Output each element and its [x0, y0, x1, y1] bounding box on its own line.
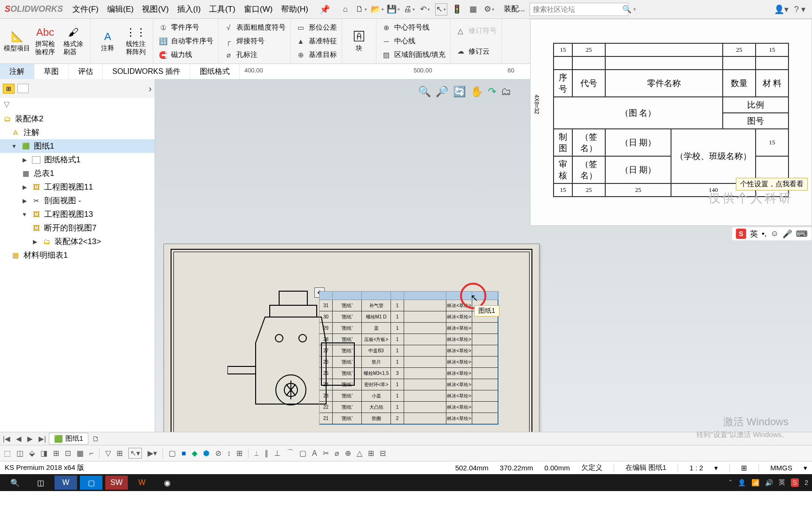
- select-icon[interactable]: ↖▾: [435, 3, 447, 16]
- bt-icon[interactable]: ▢: [169, 449, 176, 458]
- tree-annotation[interactable]: A注解: [0, 126, 155, 139]
- taskbar-solidworks-icon[interactable]: SW: [105, 476, 128, 490]
- home-icon[interactable]: ⌂: [339, 3, 351, 16]
- bom-row[interactable]: 27'图纸'中盖B31林冰<草绘>: [320, 345, 498, 357]
- status-grid-icon[interactable]: ⊞: [741, 464, 747, 472]
- bt-icon[interactable]: ⌐: [89, 449, 94, 458]
- search-icon[interactable]: 🔍: [622, 5, 632, 14]
- menu-file[interactable]: 文件(F): [72, 4, 99, 15]
- sogou-logo-icon[interactable]: S: [736, 229, 746, 239]
- search-input[interactable]: [533, 5, 622, 13]
- note-button[interactable]: A注释: [94, 21, 122, 62]
- bt-icon[interactable]: ⊞: [117, 449, 123, 458]
- ime-lang[interactable]: 英: [750, 229, 758, 239]
- geotol-button[interactable]: ▭形位公差: [294, 21, 339, 34]
- bt-icon[interactable]: ⊥: [274, 449, 281, 458]
- bom-row[interactable]: 26'图纸'垫片1林冰<草绘>: [320, 357, 498, 368]
- bt-icon[interactable]: ⊕: [345, 449, 351, 458]
- sheet-nav-prev[interactable]: ◀: [13, 435, 24, 443]
- surface-finish-button[interactable]: √表面粗糙度符号: [221, 21, 288, 34]
- taskbar-camera-icon[interactable]: ◉: [156, 476, 179, 490]
- tray-up-icon[interactable]: ˄: [729, 479, 732, 486]
- bt-icon[interactable]: ⊡: [65, 449, 71, 458]
- taskbar-word-icon[interactable]: W: [55, 476, 77, 490]
- menu-tools[interactable]: 工具(T): [209, 4, 235, 15]
- bom-row[interactable]: 25'图纸'螺栓M3<1.53林冰<草绘>: [320, 368, 498, 379]
- sheet-nav-first[interactable]: |◀: [0, 435, 13, 443]
- taskbar-app-icon[interactable]: ▢: [80, 476, 102, 490]
- bt-icon[interactable]: ▶▾: [148, 449, 157, 458]
- block-button[interactable]: 🄰块: [345, 21, 373, 62]
- bom-row[interactable]: 22'图纸'大凸轮1林冰<草绘>: [320, 402, 498, 413]
- bt-icon[interactable]: ⊞: [368, 449, 374, 458]
- sheet-nav-next[interactable]: ▶: [24, 435, 36, 443]
- feature-tree[interactable]: 🗂装配体2 A注解 ▼🟩图纸1 ▶图纸格式1 ▦总表1 ▶🖼工程图视图11 ▶✂…: [0, 112, 155, 432]
- tree-broken-section[interactable]: 🖼断开的剖视图7: [0, 221, 155, 235]
- status-units[interactable]: MMGS: [770, 464, 792, 472]
- ime-emoji-icon[interactable]: ☺: [771, 229, 779, 238]
- auto-balloon-button[interactable]: 🔢自动零件序号: [156, 34, 215, 48]
- bom-row[interactable]: 21'图纸'垫圈2林冰<草绘>: [320, 413, 498, 424]
- redo-view-icon[interactable]: ↷: [488, 86, 496, 98]
- options-list-icon[interactable]: ▦: [467, 3, 479, 16]
- ime-mic-icon[interactable]: 🎤: [782, 229, 792, 239]
- tab-sketch[interactable]: 草图: [34, 64, 69, 79]
- save-icon[interactable]: 💾▾: [387, 3, 399, 16]
- taskbar-taskview-icon[interactable]: ◫: [29, 476, 52, 490]
- bt-icon[interactable]: ⬚: [4, 449, 11, 458]
- bt-icon[interactable]: ↖▾: [128, 448, 142, 459]
- status-scale-drop-icon[interactable]: ▾: [714, 464, 718, 472]
- bt-icon[interactable]: ✂: [323, 449, 329, 458]
- balloon-button[interactable]: ①零件序号: [156, 21, 215, 34]
- tray-people-icon[interactable]: 👤: [738, 479, 746, 486]
- add-sheet-button[interactable]: 🗋: [88, 435, 103, 443]
- settings-icon[interactable]: ⚙▾: [483, 3, 495, 16]
- bt-icon[interactable]: ∥: [265, 449, 268, 458]
- tree-root-assembly[interactable]: 🗂装配体2: [0, 112, 155, 126]
- bt-icon[interactable]: ▦: [77, 449, 84, 458]
- rotate-icon[interactable]: 🔄: [453, 86, 466, 98]
- menu-view[interactable]: 视图(V): [142, 4, 169, 15]
- hatch-button[interactable]: ▨区域剖面线/填充: [379, 48, 447, 62]
- bom-row[interactable]: 29'图纸'盖1林冰<草绘>: [320, 323, 498, 334]
- centerline-button[interactable]: ─中心线: [379, 34, 447, 48]
- bt-icon[interactable]: ⟂: [254, 449, 259, 458]
- bt-icon[interactable]: ⊘: [215, 449, 221, 458]
- property-tab[interactable]: [17, 84, 29, 93]
- tree-bom[interactable]: ▦材料明细表1: [0, 248, 155, 262]
- tray-wifi-icon[interactable]: 📶: [751, 479, 759, 486]
- tab-sheet-format[interactable]: 图纸格式: [190, 64, 240, 79]
- datum-target-button[interactable]: ⊕基准目标: [294, 48, 339, 62]
- tab-annotate[interactable]: 注解: [0, 64, 34, 79]
- display-style-icon[interactable]: 🗂: [501, 86, 511, 98]
- bt-icon[interactable]: ▢: [299, 449, 306, 458]
- pan-icon[interactable]: ✋: [470, 86, 483, 98]
- bt-icon[interactable]: ◨: [40, 449, 47, 458]
- tree-section-view[interactable]: ▶✂剖面视图 -: [0, 194, 155, 207]
- undo-icon[interactable]: ↶▾: [419, 3, 431, 16]
- bt-icon[interactable]: ⌒: [286, 448, 294, 458]
- tree-view-13[interactable]: ▼🖼工程图视图13: [0, 207, 155, 221]
- feature-tree-tab[interactable]: ⊞: [3, 84, 15, 94]
- tree-general-table[interactable]: ▦总表1: [0, 167, 155, 180]
- menu-window[interactable]: 窗口(W): [244, 4, 273, 15]
- bt-icon[interactable]: ⬢: [203, 449, 210, 458]
- status-scale[interactable]: 1 : 2: [689, 464, 703, 472]
- pin-icon[interactable]: 📌: [320, 4, 330, 15]
- bom-row[interactable]: 24'图纸'密封环<草>1林冰<草绘>: [320, 379, 498, 390]
- sheet-nav-last[interactable]: ▶|: [36, 435, 49, 443]
- bt-icon[interactable]: ◆: [192, 449, 197, 458]
- tray-ime-icon[interactable]: 英: [779, 478, 785, 487]
- tab-addins[interactable]: SOLIDWORKS 插件: [103, 64, 190, 79]
- revision-cloud-button[interactable]: ☁修订云: [453, 44, 499, 58]
- model-items-button[interactable]: 📐模型项目: [3, 21, 31, 62]
- tree-sheet-format[interactable]: ▶图纸格式1: [0, 153, 155, 167]
- tab-evaluate[interactable]: 评估: [69, 64, 103, 79]
- ime-keyboard-icon[interactable]: ⌨: [796, 229, 808, 239]
- tray-time[interactable]: 2: [804, 479, 808, 486]
- bom-table[interactable]: 31'图纸'补气管1林冰<草绘>30'图纸'螺栓M1 D1林冰<草绘>29'图纸…: [319, 291, 499, 425]
- taskbar-wps-icon[interactable]: W: [131, 476, 153, 490]
- zoom-fit-icon[interactable]: 🔍: [418, 86, 431, 98]
- weld-symbol-button[interactable]: ┌焊接符号: [221, 34, 288, 48]
- bt-icon[interactable]: ⊟: [380, 449, 386, 458]
